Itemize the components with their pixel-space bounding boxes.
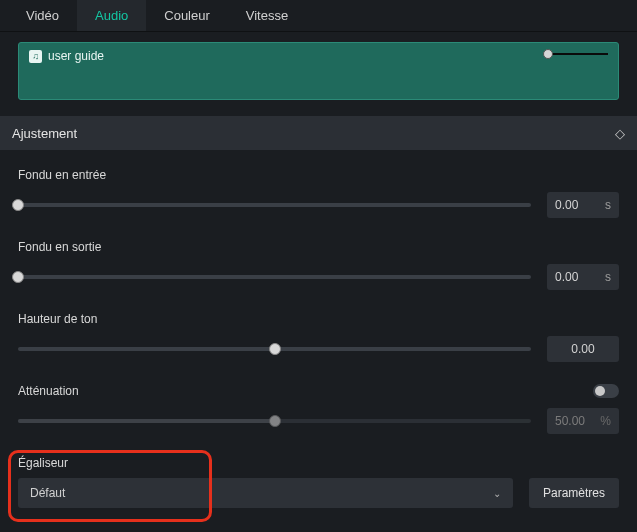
attenuation-control: Atténuation 50.00 % bbox=[18, 384, 619, 434]
fade-out-control: Fondu en sortie 0.00 s bbox=[18, 240, 619, 290]
fade-out-slider[interactable] bbox=[18, 275, 531, 279]
equalizer-group: Égaliseur Défaut ⌄ Paramètres bbox=[18, 456, 619, 508]
keyframe-diamond-icon[interactable]: ◇ bbox=[615, 126, 625, 141]
fade-in-value[interactable]: 0.00 s bbox=[547, 192, 619, 218]
equalizer-dropdown[interactable]: Défaut ⌄ bbox=[18, 478, 513, 508]
music-note-icon: ♫ bbox=[29, 50, 42, 63]
pitch-slider[interactable] bbox=[18, 347, 531, 351]
section-header-adjustment[interactable]: Ajustement ◇ bbox=[0, 116, 637, 150]
tab-speed[interactable]: Vitesse bbox=[228, 0, 306, 31]
equalizer-settings-button[interactable]: Paramètres bbox=[529, 478, 619, 508]
fade-out-value[interactable]: 0.00 s bbox=[547, 264, 619, 290]
tab-color[interactable]: Couleur bbox=[146, 0, 228, 31]
fade-in-label: Fondu en entrée bbox=[18, 168, 619, 182]
attenuation-toggle[interactable] bbox=[593, 384, 619, 398]
fade-in-slider[interactable] bbox=[18, 203, 531, 207]
pitch-value[interactable]: 0.00 bbox=[547, 336, 619, 362]
clip-volume-slider[interactable] bbox=[548, 53, 608, 55]
equalizer-selected: Défaut bbox=[30, 486, 65, 500]
fade-in-control: Fondu en entrée 0.00 s bbox=[18, 168, 619, 218]
attenuation-slider[interactable] bbox=[18, 419, 531, 423]
pitch-control: Hauteur de ton 0.00 bbox=[18, 312, 619, 362]
chevron-down-icon: ⌄ bbox=[493, 488, 501, 499]
clip-name: user guide bbox=[48, 49, 104, 63]
tab-audio[interactable]: Audio bbox=[77, 0, 146, 31]
attenuation-label: Atténuation bbox=[18, 384, 79, 398]
audio-clip[interactable]: ♫ user guide bbox=[18, 42, 619, 100]
equalizer-label: Égaliseur bbox=[18, 456, 619, 470]
section-title: Ajustement bbox=[12, 126, 77, 141]
tabs-bar: Vidéo Audio Couleur Vitesse bbox=[0, 0, 637, 32]
pitch-label: Hauteur de ton bbox=[18, 312, 619, 326]
fade-out-label: Fondu en sortie bbox=[18, 240, 619, 254]
attenuation-value[interactable]: 50.00 % bbox=[547, 408, 619, 434]
tab-video[interactable]: Vidéo bbox=[8, 0, 77, 31]
